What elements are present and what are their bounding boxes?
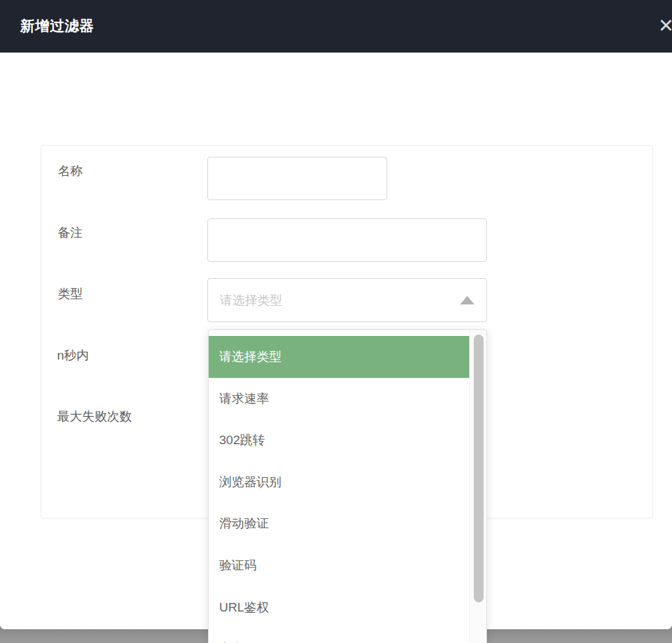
add-filter-modal: 名称 备注 类型 请选择类型 n秒内 最大失败次数 请选择类型 请求速率 302… <box>0 0 672 643</box>
dropdown-option[interactable]: 验证码 <box>209 545 470 587</box>
remark-field-label: 备注 <box>58 225 83 241</box>
dropdown-option[interactable]: 请求速率 <box>209 378 470 420</box>
seconds-field-label: n秒内 <box>57 348 89 363</box>
type-dropdown-panel: 请选择类型 请求速率 302跳转 浏览器识别 滑动验证 验证码 URL鉴权 点击… <box>208 329 487 643</box>
close-icon[interactable]: ✕ <box>652 14 672 38</box>
remark-input[interactable] <box>207 218 487 262</box>
dropdown-option[interactable]: URL鉴权 <box>209 587 470 629</box>
modal-body: 名称 备注 类型 请选择类型 n秒内 最大失败次数 请选择类型 请求速率 302… <box>0 52 672 629</box>
type-select-placeholder: 请选择类型 <box>220 292 460 309</box>
dropdown-option[interactable]: 滑动验证 <box>209 503 470 545</box>
modal-header: 新增过滤器 ✕ <box>0 0 672 52</box>
name-input[interactable] <box>207 157 387 200</box>
type-field-label: 类型 <box>58 286 83 302</box>
modal-title: 新增过滤器 <box>20 16 94 36</box>
dropdown-option[interactable]: 请选择类型 <box>209 336 470 378</box>
max-failures-field-label: 最大失败次数 <box>57 409 132 425</box>
dropdown-scrollbar-track[interactable] <box>469 330 486 643</box>
dropdown-scrollbar-thumb[interactable] <box>474 335 484 602</box>
dropdown-option-list: 请选择类型 请求速率 302跳转 浏览器识别 滑动验证 验证码 URL鉴权 点击… <box>209 336 470 643</box>
type-select[interactable]: 请选择类型 <box>207 278 487 322</box>
dropdown-option[interactable]: 点击验证 <box>209 628 470 643</box>
name-field-label: 名称 <box>58 163 83 179</box>
dropdown-option[interactable]: 302跳转 <box>209 419 470 461</box>
dropdown-option[interactable]: 浏览器识别 <box>209 461 470 503</box>
chevron-up-icon <box>460 296 474 304</box>
